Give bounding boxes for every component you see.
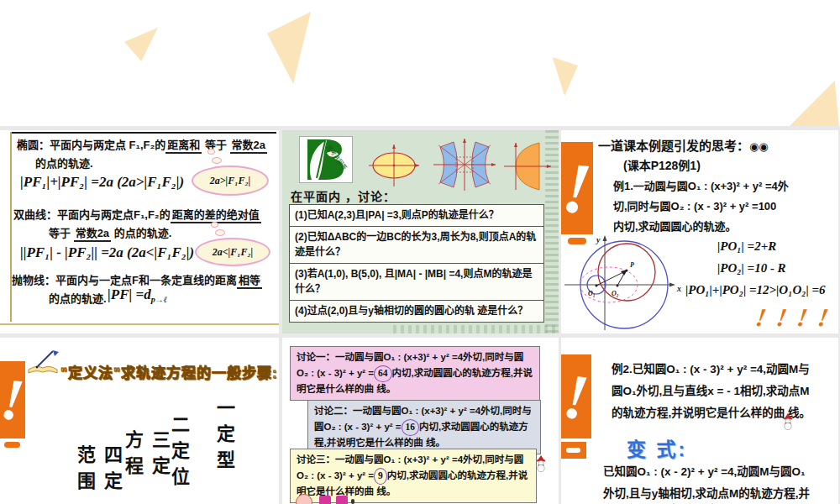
pen-book-icon: [25, 349, 60, 376]
slide6-body-line2: 圆O₁外切,且与直线x = - 1相切,求动点M: [612, 381, 809, 398]
diagram-p-label: P: [630, 261, 634, 269]
exclamation-icon: !: [561, 142, 593, 234]
cutoff-text-mark: [351, 499, 354, 504]
decor-triangle-2: [267, 12, 311, 84]
hyperbola-def-underline2: 常数2a: [74, 227, 111, 242]
step-4: 四定范围: [71, 445, 124, 504]
cutoff-text-mark: [319, 496, 331, 504]
ellipse-definition-line1: 椭圆：平面内与两定点 F₁,F₂的距离和 等于 常数2a: [17, 136, 267, 152]
slide1-bottom-border: [0, 323, 279, 325]
parabola-formula-sub: p→ℓ: [151, 295, 167, 304]
cloud-puff: [215, 229, 225, 236]
parabola-def-underline: 相等: [237, 274, 262, 289]
cloud-puff: [212, 157, 222, 164]
exclamation-dot-block: [561, 442, 586, 459]
exclamation-glyph: !: [561, 364, 592, 430]
hyperbola-condition-cloud: 2a<|F₁F₂|: [195, 238, 270, 266]
slide1-left-border: [10, 132, 12, 322]
question-1: (1)已知A(2,3)且|PA| =3,则点P的轨迹是什么？: [290, 205, 543, 227]
diagram-x-label: x: [676, 284, 681, 293]
slide2-intro: 在平面内 ，讨论：: [291, 187, 396, 204]
eyes-icon: ◉◉: [749, 140, 769, 153]
hyperbola-definition-line2: 等于 常数2a 的点的轨迹.: [49, 224, 171, 240]
diagram-o1-label: O₁: [588, 290, 596, 297]
step-3: 三定方程: [118, 430, 172, 504]
snowman-icon: [781, 413, 795, 430]
slide3-subtitle: (课本P128例1): [623, 156, 701, 173]
ellipse-def-pre: 椭圆：平面内与两定点 F₁,F₂的: [17, 139, 165, 151]
ellipse-definition-line2: 的点的轨迹.: [35, 155, 93, 171]
slide3-eq3: |PO₁|+|PO₂| =12>|O₁O₂| =6: [685, 283, 826, 297]
diagram-y-label: y: [596, 235, 601, 244]
ellipse-def-mid: 等于: [202, 139, 229, 151]
think-answer-logo: 思考并回答: [299, 136, 353, 183]
hyperbola-def-tail: 的点的轨迹.: [111, 227, 171, 239]
exclamation-icon: !: [561, 354, 591, 438]
question-4: (4)过点(2,0)且与y轴相切的圆的圆心的轨 迹是什么？: [290, 301, 543, 322]
discussion-2-circled-number: 16: [402, 419, 420, 436]
variant-line1: 已知圆O₁ : (x - 2)² + y² =4,动圆M与圆O₁: [603, 462, 806, 479]
exclamation-glyph: !: [561, 150, 595, 225]
slide3-eq2: |PO₂| =10 - R: [717, 261, 786, 276]
ellipse-condition-cloud: 2a>|F₁F₂|: [192, 165, 269, 196]
decor-triangle-1: [124, 28, 160, 61]
slide1-top-border: [10, 132, 276, 134]
parabola-definition-line1: 抛物线：平面内与一定点F和一条定直线的距离相等: [12, 271, 262, 287]
circles-diagram: y x O₁ O₂ P: [563, 233, 701, 332]
slide-6-example2[interactable]: ! 例2.已知圆O₁ : (x - 3)² + y² =4,动圆M与 圆O₁外切…: [561, 338, 838, 504]
cloud-puff: [207, 149, 215, 155]
exclamation-glyph: !: [0, 370, 27, 430]
cutoff-text-mark: [336, 496, 348, 504]
decor-triangle-3: [550, 57, 578, 96]
slide4-title: "定义法"求轨迹方程的一般步骤:: [60, 361, 278, 382]
hyperbola-figure: [432, 137, 497, 192]
parabola-figure: [502, 140, 554, 192]
ellipse-def-underline2: 常数2a: [230, 139, 267, 154]
slide-sorter-page: 椭圆：平面内与两定点 F₁,F₂的距离和 等于 常数2a 的点的轨迹. |PF₁…: [0, 0, 840, 504]
slide-5-discussions[interactable]: 讨论一：一动圆与圆O₁ : (x+3)² + y² =4外切,同时与圆O₂ : …: [282, 338, 559, 504]
ellipse-formula: |PF₁|+|PF₂| =2a (2a>|F₁F₂|): [20, 174, 184, 191]
hyperbola-definition-line1: 双曲线：平面内与两定点F₁,F₂的距离的差的绝对值: [13, 206, 261, 222]
slide3-title-row: 一道课本例题引发的思考：◉◉: [598, 136, 769, 154]
hyperbola-def-pre: 双曲线：平面内与两定点F₁,F₂的: [13, 208, 171, 221]
slide-4-method-steps[interactable]: ! "定义法"求轨迹方程的一般步骤: 一定型 二定位 三定方程 四定范围: [0, 338, 279, 504]
slide2-texture-bottom: [393, 325, 559, 333]
cloud-puff: [211, 222, 218, 228]
exclamation-icon: !: [0, 361, 25, 438]
variant-line3-cutoff: 说明它是什么样的曲线: [603, 501, 717, 504]
hyperbola-formula: ||PF₁| - |PF₂|| =2a (2a<|F₁F₂|): [20, 244, 194, 261]
slide3-body-line1: 例1.一动圆与圆O₁ : (x+3)² + y² =4外: [613, 177, 789, 193]
question-box: (1)已知A(2,3)且|PA| =3,则点P的轨迹是什么？ (2)已知ΔABC…: [289, 204, 544, 323]
ellipse-def-underline1: 距离和: [165, 139, 202, 154]
slide-3-example1[interactable]: ! 一道课本例题引发的思考：◉◉ (课本P128例1) 例1.一动圆与圆O₁ :…: [561, 130, 838, 333]
ellipse-figure: [366, 142, 422, 189]
snowman-icon: [534, 455, 548, 472]
parabola-formula-main: |PF| =d: [108, 286, 151, 302]
discussion-1-circled-number: 64: [374, 365, 392, 382]
slide-2-discussion[interactable]: 思考并回答: [282, 130, 559, 333]
slide3-body-line2: 切,同时与圆O₂ : (x - 3)² + y² =100: [613, 197, 776, 213]
question-2: (2)已知ΔABC的一边BC的长为3,周长为8,则顶点A的轨迹是什么？: [290, 227, 543, 264]
slide-grid: 椭圆：平面内与两定点 F₁,F₂的距离和 等于 常数2a 的点的轨迹. |PF₁…: [0, 126, 840, 504]
slide3-title: 一道课本例题引发的思考：: [598, 139, 749, 153]
slide3-body-line3: 内切,求动圆圆心的轨迹。: [613, 218, 737, 234]
bangs-decoration: !!!!: [753, 303, 838, 332]
discussion-1-box: 讨论一：一动圆与圆O₁ : (x+3)² + y² =4外切,同时与圆O₂ : …: [290, 346, 540, 401]
variant-label: 变 式:: [627, 433, 687, 462]
slide6-body-line1: 例2.已知圆O₁ : (x - 3)² + y² =4,动圆M与: [612, 360, 810, 376]
parabola-definition-line2: 的点的轨迹.: [49, 290, 107, 306]
slide3-eq1: |PO₁| =2+R: [717, 239, 776, 254]
discussion-3-circled-number: 9: [374, 468, 387, 485]
parabola-formula: |PF| =dp→ℓ: [108, 286, 167, 304]
exclamation-dash: [4, 442, 20, 448]
diagram-o2-label: O₂: [612, 290, 619, 297]
discussion-2-box: 讨论二：一动圆与圆O₁ : (x+3)² + y² =4外切,同时与圆O₂ : …: [307, 400, 541, 454]
slide-1-definitions[interactable]: 椭圆：平面内与两定点 F₁,F₂的距离和 等于 常数2a 的点的轨迹. |PF₁…: [0, 130, 279, 333]
step-1: 一定型: [210, 398, 237, 476]
parabola-def-pre: 抛物线：平面内与一定点F和一条定直线的距离: [12, 274, 237, 286]
variant-line2: 外切,且与y轴相切,求动点M的轨迹方程,并: [603, 484, 810, 501]
hyperbola-def-mid: 等于: [49, 227, 74, 239]
question-3: (3)若A(1,0), B(5,0), 且|MA| - |MB| =4,则点M的…: [290, 264, 543, 301]
